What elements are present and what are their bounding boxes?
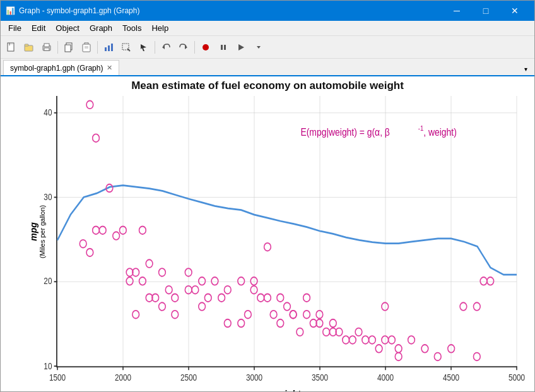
x-axis-label: weight (Weight in pounds)	[56, 389, 517, 392]
arrow-button[interactable]	[136, 39, 152, 56]
graph-tab[interactable]: symbol-graph1.gph (Graph) ✕	[3, 60, 119, 75]
svg-point-120	[355, 328, 362, 336]
tab-close-icon[interactable]: ✕	[107, 64, 112, 72]
svg-text:5000: 5000	[509, 372, 525, 382]
toolbar	[1, 36, 534, 59]
svg-point-134	[487, 277, 494, 285]
minimize-button[interactable]: ─	[442, 1, 471, 21]
svg-point-76	[139, 277, 146, 285]
svg-point-88	[192, 285, 199, 294]
menu-file[interactable]: File	[3, 22, 26, 34]
svg-point-90	[199, 277, 206, 285]
print-button[interactable]	[38, 39, 55, 56]
svg-point-81	[159, 268, 166, 276]
svg-rect-15	[108, 45, 110, 51]
svg-point-91	[204, 294, 211, 302]
svg-rect-4	[25, 44, 28, 46]
menu-bar: File Edit Object Graph Tools Help	[1, 21, 534, 36]
graph-inner: mpg (Miles per gallon)	[18, 96, 517, 367]
y-axis-sub-label: (Miles per gallon)	[38, 205, 46, 258]
svg-point-104	[277, 319, 284, 327]
svg-point-114	[323, 328, 330, 336]
play-button[interactable]	[233, 39, 249, 56]
svg-point-22	[203, 44, 209, 50]
svg-point-77	[139, 226, 146, 234]
open-button[interactable]	[21, 39, 37, 56]
menu-object[interactable]: Object	[50, 22, 85, 34]
svg-point-73	[126, 277, 133, 285]
menu-graph[interactable]: Graph	[85, 22, 117, 34]
svg-point-100	[257, 294, 264, 302]
title-bar-left: 📊 Graph - symbol-graph1.gph (Graph)	[6, 6, 139, 15]
svg-text:E(mpg|weight) = g(α, β: E(mpg|weight) = g(α, β	[300, 126, 390, 137]
tab-label: symbol-graph1.gph (Graph)	[10, 64, 103, 73]
svg-point-94	[224, 319, 231, 327]
svg-text:2500: 2500	[180, 372, 197, 382]
tab-dropdown-button[interactable]: ▾	[519, 62, 532, 75]
svg-rect-9	[65, 45, 71, 52]
undo-button[interactable]	[158, 39, 174, 56]
svg-point-121	[362, 336, 369, 344]
svg-point-102	[270, 310, 277, 318]
pause-button[interactable]	[215, 39, 232, 56]
svg-point-107	[290, 310, 297, 318]
svg-text:40: 40	[44, 107, 52, 117]
svg-point-97	[245, 310, 252, 318]
new-button[interactable]	[3, 39, 20, 56]
menu-edit[interactable]: Edit	[26, 22, 50, 34]
tab-bar: symbol-graph1.gph (Graph) ✕ ▾	[1, 59, 534, 76]
svg-point-132	[473, 302, 480, 311]
menu-tools[interactable]: Tools	[117, 22, 146, 34]
separator-3	[155, 41, 155, 54]
svg-point-75	[132, 310, 139, 318]
svg-point-138	[238, 319, 245, 327]
svg-point-139	[264, 294, 271, 302]
svg-point-130	[460, 302, 467, 311]
svg-marker-25	[238, 44, 244, 50]
svg-rect-6	[44, 44, 49, 47]
separator-2	[97, 41, 98, 54]
svg-point-109	[303, 310, 310, 318]
svg-point-64	[93, 134, 100, 142]
svg-text:2000: 2000	[115, 372, 131, 382]
svg-rect-24	[224, 45, 226, 50]
copy-button[interactable]	[61, 39, 77, 56]
svg-point-125	[382, 302, 389, 311]
paste-button[interactable]	[78, 39, 95, 56]
svg-rect-14	[105, 47, 107, 51]
graph-container: Mean estimate of fuel economy on automob…	[18, 80, 517, 389]
play-dropdown-button[interactable]	[250, 39, 267, 56]
svg-point-87	[185, 268, 192, 276]
svg-text:-1: -1	[418, 124, 424, 132]
svg-text:20: 20	[44, 276, 52, 286]
svg-point-99	[250, 277, 257, 285]
svg-point-84	[172, 294, 179, 302]
graph-title: Mean estimate of fuel economy on automob…	[18, 80, 517, 92]
bar-chart-button[interactable]	[100, 39, 117, 56]
svg-point-82	[159, 302, 166, 311]
redo-button[interactable]	[175, 39, 192, 56]
maximize-button[interactable]: □	[471, 1, 500, 21]
svg-point-95	[224, 285, 231, 294]
svg-text:10: 10	[44, 361, 52, 371]
record-button[interactable]	[197, 39, 214, 56]
svg-point-68	[99, 226, 106, 234]
svg-point-66	[86, 248, 93, 256]
menu-help[interactable]: Help	[146, 22, 173, 34]
svg-rect-23	[221, 45, 223, 50]
svg-point-137	[434, 352, 441, 360]
select-button[interactable]	[118, 39, 134, 56]
svg-text:3500: 3500	[312, 372, 328, 382]
svg-text:4000: 4000	[377, 372, 394, 382]
svg-point-63	[86, 100, 93, 109]
svg-point-96	[238, 277, 245, 285]
close-button[interactable]: ✕	[500, 1, 529, 21]
svg-text:30: 30	[44, 191, 52, 201]
main-window: 📊 Graph - symbol-graph1.gph (Graph) ─ □ …	[0, 0, 535, 392]
svg-point-131	[473, 352, 480, 360]
svg-point-89	[199, 302, 206, 311]
svg-point-122	[369, 336, 376, 344]
svg-point-127	[395, 345, 402, 353]
svg-point-133	[480, 277, 487, 285]
svg-point-92	[211, 277, 218, 285]
